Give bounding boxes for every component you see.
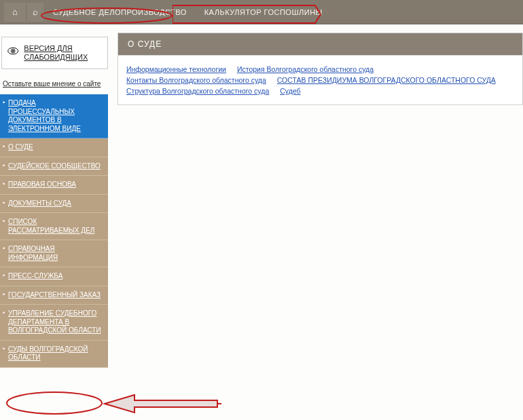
sidebar-item-label: ГОСУДАРСТВЕННЫЙ ЗАКАЗ [8,291,101,299]
sidebar-item-label: О СУДЕ [8,143,33,151]
sidebar-menu: ПОДАЧА ПРОЦЕССУАЛЬНЫХ ДОКУМЕНТОВ В ЭЛЕКТ… [0,94,108,368]
content-card: Информационные технологии История Волгог… [118,55,523,105]
sidebar-item-about[interactable]: О СУДЕ [0,138,108,157]
sidebar-item-label: СПРАВОЧНАЯ ИНФОРМАЦИЯ [8,245,58,261]
sidebar-item-label: ДОКУМЕНТЫ СУДА [8,199,71,207]
page-title: О СУДЕ [118,33,523,55]
sidebar-item-eproc[interactable]: ПОДАЧА ПРОЦЕССУАЛЬНЫХ ДОКУМЕНТОВ В ЭЛЕКТ… [0,94,108,138]
svg-point-5 [7,392,102,414]
sidebar-item-docs[interactable]: ДОКУМЕНТЫ СУДА [0,195,108,214]
svg-marker-7 [105,395,217,413]
sidebar-item-label: ПРЕСС-СЛУЖБА [8,272,62,280]
sidebar-item-label: УПРАВЛЕНИЕ СУДЕБНОГО ДЕПАРТАМЕНТА В ВОЛГ… [8,309,101,334]
sublinks: Информационные технологии История Волгог… [126,65,514,95]
nav-item-label: СУДЕБНОЕ ДЕЛОПРОИЗВОДСТВО [53,8,187,16]
main-column: О СУДЕ Информационные технологии История… [108,24,523,368]
sidebar-item-reference[interactable]: СПРАВОЧНАЯ ИНФОРМАЦИЯ [0,240,108,267]
left-column: ВЕРСИЯ ДЛЯ СЛАБОВИДЯЩИХ Оставьте ваше мн… [0,24,108,368]
sublink-judges[interactable]: Судеб [280,87,300,95]
sublink-history[interactable]: История Волгоградского областного суда [237,65,374,73]
sidebar-item-press[interactable]: ПРЕСС-СЛУЖБА [0,267,108,286]
nav-item-calculator[interactable]: КАЛЬКУЛЯТОР ГОСПОШЛИНЫ [196,3,331,22]
sidebar-item-label: СПИСОК РАССМАТРИВАЕМЫХ ДЕЛ [8,218,94,234]
nav-item-proceedings[interactable]: СУДЕБНОЕ ДЕЛОПРОИЗВОДСТВО [45,3,195,22]
svg-point-2 [12,50,14,52]
sidebar-item-legal[interactable]: ПРАВОВАЯ ОСНОВА [0,176,108,195]
sidebar-item-label: ПРАВОВАЯ ОСНОВА [8,180,76,188]
sidebar-item-label: СУДЫ ВОЛГОГРАДСКОЙ ОБЛАСТИ [8,345,88,362]
sidebar-item-region-courts[interactable]: СУДЫ ВОЛГОГРАДСКОЙ ОБЛАСТИ [0,341,108,368]
eye-icon [7,47,18,59]
sublink-it[interactable]: Информационные технологии [126,65,226,73]
sublink-presidium[interactable]: СОСТАВ ПРЕЗИДИУМА ВОЛГОГРАДСКОГО ОБЛАСТН… [277,76,496,84]
sidebar-item-department[interactable]: УПРАВЛЕНИЕ СУДЕБНОГО ДЕПАРТАМЕНТА В ВОЛГ… [0,305,108,341]
accessibility-label[interactable]: ВЕРСИЯ ДЛЯ СЛАБОВИДЯЩИХ [24,44,102,62]
top-nav: ⌂ ⌕ СУДЕБНОЕ ДЕЛОПРОИЗВОДСТВО КАЛЬКУЛЯТО… [0,0,523,24]
annotation-arrow-bottom [102,391,223,417]
sublink-structure[interactable]: Структура Волгоградского областного суда [126,87,269,95]
home-button[interactable]: ⌂ [4,3,26,22]
feedback-link[interactable]: Оставьте ваше мнение о сайте [0,69,108,94]
nav-item-label: КАЛЬКУЛЯТОР ГОСПОШЛИНЫ [204,8,323,16]
sidebar-item-community[interactable]: СУДЕЙСКОЕ СООБЩЕСТВО [0,157,108,176]
search-icon: ⌕ [33,7,38,17]
accessibility-version-link[interactable]: ВЕРСИЯ ДЛЯ СЛАБОВИДЯЩИХ [1,37,108,69]
sublink-contacts[interactable]: Контакты Волгоградского областного суда [126,76,266,84]
search-button[interactable]: ⌕ [27,3,43,22]
home-icon: ⌂ [12,7,18,17]
sidebar-item-label: ПОДАЧА ПРОЦЕССУАЛЬНЫХ ДОКУМЕНТОВ В ЭЛЕКТ… [8,99,81,132]
sidebar-item-state-order[interactable]: ГОСУДАРСТВЕННЫЙ ЗАКАЗ [0,286,108,305]
annotation-ellipse-bottom [5,391,103,415]
sidebar-item-label: СУДЕЙСКОЕ СООБЩЕСТВО [8,162,101,170]
sidebar-item-cases[interactable]: СПИСОК РАССМАТРИВАЕМЫХ ДЕЛ [0,213,108,240]
